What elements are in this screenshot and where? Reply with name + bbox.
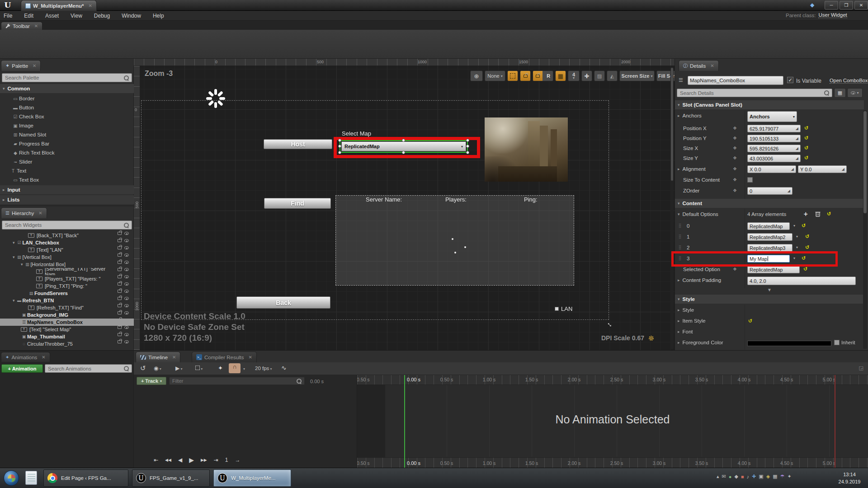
expand-icon[interactable]: ▾ (13, 298, 15, 303)
reset-icon[interactable]: ↺ (803, 266, 807, 272)
to-front-icon[interactable]: ⇤ (154, 457, 158, 463)
anchors-dropdown[interactable]: Anchors▾ (747, 111, 797, 122)
selection-handle[interactable] (466, 151, 469, 154)
culture-dropdown[interactable]: None▾ (485, 70, 505, 81)
zorder-field[interactable]: 0◢ (747, 187, 793, 195)
hierarchy-row[interactable]: T[Back_TXT] "Back" (0, 232, 134, 239)
timeline-tab[interactable]: Timeline ✕ (136, 352, 180, 362)
property-matrix-button[interactable]: ▦ (834, 88, 846, 98)
menu-view[interactable]: View (71, 13, 82, 19)
palette-item-button[interactable]: ▬Button (0, 103, 134, 112)
preview-background-button[interactable]: ▨ (594, 70, 605, 81)
palette-item-text[interactable]: TText (0, 166, 134, 175)
canvas-scrollbar[interactable] (670, 67, 674, 349)
visibility-icon[interactable] (124, 246, 129, 249)
drag-handle-icon[interactable]: ⣿ (679, 245, 681, 249)
hierarchy-row[interactable]: T[Text] "Select Map" (0, 326, 134, 333)
details-search-input[interactable]: Search Details (677, 89, 832, 97)
bind-icon[interactable]: ❖ (733, 126, 737, 131)
close-compiler-tab-icon[interactable]: ✕ (249, 355, 252, 360)
option-3-field-editing[interactable]: My Map (747, 255, 790, 263)
close-timeline-tab-icon[interactable]: ✕ (172, 355, 176, 360)
visibility-icon[interactable] (124, 253, 129, 257)
loop-arrow-icon[interactable]: → (235, 457, 241, 463)
lock-icon[interactable] (118, 333, 122, 336)
style-section-header[interactable]: ▾Style (675, 295, 864, 304)
expand-icon[interactable]: ▸ (678, 278, 680, 282)
selection-handle[interactable] (402, 151, 405, 154)
reset-icon[interactable]: ↺ (804, 125, 808, 131)
animations-search-input[interactable]: Search Animations (45, 364, 132, 373)
lock-icon[interactable] (118, 253, 122, 257)
palette-section-input[interactable]: ▸Input (0, 185, 134, 194)
hierarchy-search-input[interactable]: Search Widgets (2, 221, 132, 230)
chevron-down-icon[interactable]: ▾ (793, 224, 795, 228)
visibility-icon[interactable] (124, 304, 129, 307)
lock-icon[interactable] (118, 304, 122, 307)
size-x-field[interactable]: 595.8291626◢ (747, 145, 801, 152)
selection-handle[interactable] (338, 151, 341, 154)
expand-icon[interactable]: ▾ (21, 262, 23, 267)
option-2-field[interactable]: ReplicatedMap3 (747, 244, 793, 252)
menu-help[interactable]: Help (153, 13, 164, 19)
scrollbar-thumb[interactable] (671, 68, 673, 181)
bind-icon[interactable]: ❖ (733, 136, 737, 141)
reset-icon[interactable]: ↺ (804, 135, 808, 141)
visibility-icon[interactable] (124, 290, 129, 293)
reset-icon[interactable]: ↺ (748, 318, 752, 324)
foreground-color-swatch[interactable] (747, 341, 831, 346)
menu-debug[interactable]: Debug (94, 13, 110, 19)
selection-outline-toggle[interactable] (507, 70, 518, 81)
palette-item-text-box[interactable]: ▭Text Box (0, 175, 134, 184)
reset-icon[interactable]: ↺ (805, 244, 809, 250)
drag-handle-icon[interactable]: ⣿ (679, 223, 681, 228)
range-options-icon[interactable]: ▾ (195, 365, 203, 371)
close-animations-tab-icon[interactable]: ✕ (42, 355, 45, 360)
animations-tab[interactable]: ✦ Animations ✕ (1, 352, 50, 362)
close-button[interactable]: ✕ (854, 1, 868, 9)
reset-icon[interactable]: ↺ (804, 145, 808, 151)
snap-magnet-button[interactable]: ∩ (229, 363, 241, 373)
position-x-field[interactable]: 625.9179077◢ (747, 125, 801, 132)
track-filter-input[interactable]: Filter (169, 377, 305, 385)
visibility-icon[interactable] (124, 268, 129, 271)
lock-icon[interactable] (118, 239, 122, 242)
lock-icon[interactable] (118, 319, 122, 322)
localization-preview-button[interactable]: ⊕ (470, 70, 483, 81)
hierarchy-row[interactable]: T[ServerName_TXT] "Server Nam (0, 268, 134, 275)
reset-icon[interactable]: ↺ (805, 234, 809, 239)
mapnames-combobox-widget[interactable]: ReplicatedMap ▾ (341, 141, 466, 151)
close-toolbar-tab-icon[interactable]: ✕ (34, 23, 38, 28)
host-button-widget[interactable]: Host (264, 139, 332, 149)
server-list-widget[interactable]: Server Name: Players: Ping: (335, 195, 574, 286)
selected-option-field[interactable]: ReplicatedMap (747, 266, 800, 273)
option-0-field[interactable]: ReplicatedMap (747, 222, 790, 230)
details-scrollbar[interactable] (863, 110, 867, 349)
hierarchy-row[interactable]: T[Refresh_TXT] "Find" (0, 304, 134, 311)
reset-icon[interactable]: ↺ (802, 223, 806, 229)
chevron-down-icon[interactable]: ▾ (796, 245, 798, 249)
visibility-icon[interactable] (124, 297, 129, 300)
respect-locks-toggle[interactable]: R (533, 70, 553, 81)
palette-item-progress-bar[interactable]: ▰Progress Bar (0, 139, 134, 148)
content-section-header[interactable]: ▾Content (675, 199, 864, 208)
loop-icon[interactable]: ↺ (140, 364, 146, 372)
drag-handle-icon[interactable]: ⣿ (679, 234, 681, 239)
visibility-icon[interactable] (124, 232, 129, 235)
visibility-icon[interactable] (124, 239, 129, 242)
snap-options-caret-icon[interactable]: ▾ (243, 367, 245, 371)
hierarchy-row[interactable]: T[Text] "LAN" (0, 246, 134, 253)
tray-icon[interactable]: ◆ (734, 474, 738, 479)
minimize-button[interactable]: ─ (825, 1, 838, 9)
curve-editor-icon[interactable]: ∿ (281, 364, 287, 371)
visibility-icon[interactable] (124, 311, 129, 314)
expand-icon[interactable]: ▾ (13, 255, 15, 259)
hierarchy-row[interactable]: T[Players_TXT] "Players: " (0, 275, 134, 282)
bind-icon[interactable]: ❖ (733, 155, 737, 160)
tray-icon[interactable]: ☂ (780, 474, 785, 479)
add-animation-button[interactable]: + Animation (1, 364, 43, 373)
details-tab[interactable]: ⓘ Details ✕ (679, 60, 719, 71)
playback-options-icon[interactable]: ▶ ▾ (175, 365, 182, 371)
selection-handle[interactable] (466, 139, 469, 142)
widget-name-input[interactable]: MapNames_ComboBox (688, 76, 783, 85)
